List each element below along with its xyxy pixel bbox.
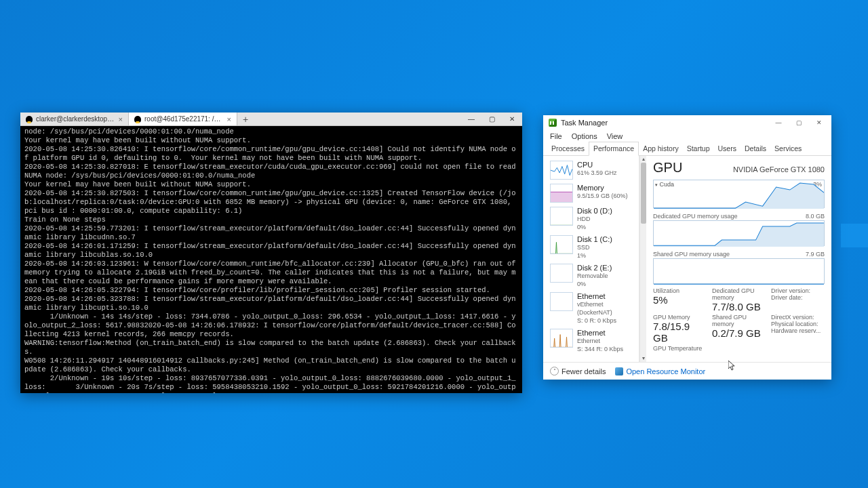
sidebar-item-disk0[interactable]: Disk 0 (D:) HDD 0%	[547, 205, 639, 233]
sidebar-eth1-sub2: S: 344 R: 0 Kbps	[577, 345, 623, 353]
gpu-heading: GPU	[653, 160, 682, 176]
resource-monitor-icon	[615, 367, 623, 375]
window-title: Task Manager	[561, 119, 608, 127]
close-icon[interactable]: ×	[227, 115, 231, 123]
sidebar-eth0-sub2: S: 0 R: 0 Kbps	[577, 317, 636, 325]
tux-icon	[26, 116, 33, 123]
terminal-tab-1[interactable]: clarker@clarkerdesktop: /mnt/c ×	[20, 113, 129, 125]
sidebar-eth1-title: Ethernet	[577, 329, 623, 337]
sidebar-memory-sub: 9.5/15.9 GB (60%)	[577, 192, 628, 200]
disk0-sparkline	[550, 207, 573, 226]
fewer-details-button[interactable]: ˄ Fewer details	[550, 367, 606, 375]
window-controls: — ▢ ✕	[769, 117, 829, 129]
shared-mem-label: Shared GPU memory usage	[653, 251, 730, 258]
menu-view[interactable]: View	[607, 132, 623, 140]
gpumem-value: 7.8/15.9 GB	[653, 321, 707, 344]
terminal-tabbar: clarker@clarkerdesktop: /mnt/c × root@46…	[20, 113, 522, 126]
menu-options[interactable]: Options	[572, 132, 597, 140]
sidebar-disk1-sub1: SSD	[577, 243, 612, 251]
sidebar-disk2-sub1: Removable	[577, 272, 612, 280]
sidebar-item-ethernet-docker[interactable]: Ethernet vEthernet (DockerNAT) S: 0 R: 0…	[547, 290, 639, 327]
dedicated-memory-chart[interactable]	[653, 220, 825, 246]
sidebar-disk0-title: Disk 0 (D:)	[577, 207, 612, 215]
right-4: Hardware reserv...	[771, 327, 825, 334]
sidebar-eth1-sub1: Ethernet	[577, 337, 623, 345]
util-value: 5%	[653, 294, 707, 306]
performance-sidebar: CPU 61% 3.59 GHz Memory 9.5/15.9 GB (60%…	[543, 156, 639, 362]
tab-users[interactable]: Users	[714, 142, 741, 155]
gpu-panel: GPU NVIDIA GeForce GTX 1080 ▾ Cuda 3% De…	[646, 156, 831, 362]
sidebar-disk2-sub2: 0%	[577, 280, 612, 288]
terminal-window: clarker@clarkerdesktop: /mnt/c × root@46…	[20, 113, 522, 393]
cuda-chart[interactable]: ▾ Cuda 3%	[653, 180, 825, 208]
sidebar-item-cpu[interactable]: CPU 61% 3.59 GHz	[547, 159, 639, 182]
maximize-button[interactable]: ▢	[481, 113, 502, 125]
task-manager-footer: ˄ Fewer details Open Resource Monitor	[543, 362, 831, 380]
sidebar-cpu-title: CPU	[577, 161, 617, 169]
sidebar-item-disk1[interactable]: Disk 1 (C:) SSD 1%	[547, 233, 639, 262]
tab-app-history[interactable]: App history	[639, 142, 683, 155]
ded-mem-label: Dedicated GPU memory usage	[653, 213, 738, 220]
tux-icon	[134, 116, 141, 123]
sidebar-disk0-sub2: 0%	[577, 223, 612, 231]
terminal-tab-2[interactable]: root@46d175e22171: /mnt/c/U: ×	[129, 113, 237, 125]
maximize-button[interactable]: ▢	[789, 117, 808, 129]
right-2: DirectX version:	[771, 314, 825, 321]
ded-label: Dedicated GPU memory	[712, 287, 766, 301]
scroll-thumb[interactable]	[641, 163, 646, 224]
sidebar-disk1-title: Disk 1 (C:)	[577, 235, 612, 243]
shared-value: 0.2/7.9 GB	[712, 327, 766, 339]
ded-mem-cap: 8.0 GB	[806, 213, 825, 220]
sidebar-item-ethernet[interactable]: Ethernet Ethernet S: 344 R: 0 Kbps	[547, 327, 639, 355]
shared-memory-chart[interactable]	[653, 258, 825, 284]
eth1-sparkline	[550, 329, 573, 348]
tab-services[interactable]: Services	[770, 142, 806, 155]
util-label: Utilization	[653, 287, 707, 294]
open-resource-monitor-link[interactable]: Open Resource Monitor	[615, 367, 705, 375]
terminal-output[interactable]: node: /sys/bus/pci/devices/0000:01:00.0/…	[20, 126, 522, 393]
sidebar-scrollbar[interactable]: ▴ ▾	[639, 156, 646, 362]
gpumem-label: GPU Memory	[653, 314, 707, 321]
minimize-button[interactable]: —	[769, 117, 788, 129]
ded-value: 7.7/8.0 GB	[712, 301, 766, 312]
terminal-tab-2-label: root@46d175e22171: /mnt/c/U:	[144, 115, 224, 123]
titlebar[interactable]: Task Manager — ▢ ✕	[543, 115, 831, 130]
tab-processes[interactable]: Processes	[547, 142, 589, 155]
eth0-sparkline	[550, 292, 573, 311]
task-manager-window: Task Manager — ▢ ✕ File Options View Pro…	[543, 115, 831, 380]
sidebar-memory-title: Memory	[577, 184, 628, 192]
sidebar-cpu-sub: 61% 3.59 GHz	[577, 169, 617, 177]
performance-body: CPU 61% 3.59 GHz Memory 9.5/15.9 GB (60%…	[543, 156, 831, 362]
scroll-up-icon[interactable]: ▴	[640, 156, 647, 163]
cpu-sparkline	[550, 161, 573, 180]
right-1: Driver date:	[771, 294, 825, 301]
scroll-down-icon[interactable]: ▾	[640, 355, 647, 362]
sidebar-disk2-title: Disk 2 (E:)	[577, 264, 612, 272]
new-tab-button[interactable]: +	[237, 113, 254, 125]
close-icon[interactable]: ×	[119, 115, 123, 123]
window-controls: — ▢ ✕	[461, 113, 522, 125]
sidebar-item-memory[interactable]: Memory 9.5/15.9 GB (60%)	[547, 182, 639, 205]
chevron-up-icon: ˄	[550, 367, 559, 375]
close-button[interactable]: ✕	[810, 117, 829, 129]
tab-row: Processes Performance App history Startu…	[543, 142, 831, 156]
minimize-button[interactable]: —	[461, 113, 481, 125]
close-button[interactable]: ✕	[502, 113, 522, 125]
memory-sparkline	[550, 184, 573, 203]
gpu-stats: Utilization 5% Dedicated GPU memory 7.7/…	[653, 287, 825, 344]
right-0: Driver version:	[771, 287, 825, 294]
fewer-details-label: Fewer details	[561, 367, 606, 375]
sidebar-item-disk2[interactable]: Disk 2 (E:) Removable 0%	[547, 262, 639, 290]
gpu-name: NVIDIA GeForce GTX 1080	[733, 165, 825, 174]
sidebar-disk0-sub1: HDD	[577, 215, 612, 223]
tab-startup[interactable]: Startup	[683, 142, 714, 155]
shared-label: Shared GPU memory	[712, 314, 766, 327]
tab-performance[interactable]: Performance	[589, 142, 639, 156]
sidebar-eth0-sub1: vEthernet (DockerNAT)	[577, 300, 636, 317]
tab-details[interactable]: Details	[741, 142, 770, 155]
disk2-sparkline	[550, 264, 573, 283]
menu-file[interactable]: File	[550, 132, 562, 140]
sidebar-disk1-sub2: 1%	[577, 251, 612, 260]
shared-mem-cap: 7.9 GB	[806, 251, 825, 258]
svg-rect-0	[551, 192, 572, 202]
